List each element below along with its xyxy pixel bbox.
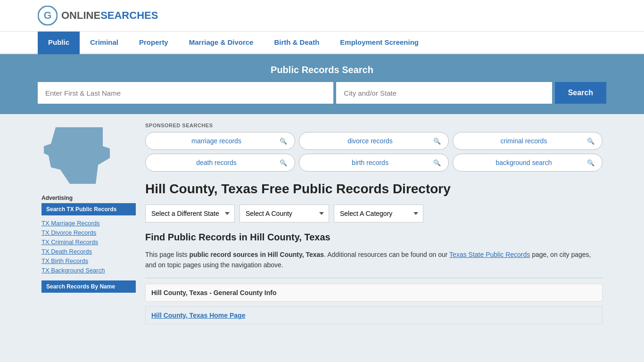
- advertising-label: Advertising: [41, 195, 136, 201]
- sponsored-label: SPONSORED SEARCHES: [145, 123, 603, 128]
- tx-death-link[interactable]: TX Death Records: [41, 248, 92, 255]
- tx-criminal-link[interactable]: TX Criminal Records: [41, 239, 98, 246]
- list-item: TX Death Records: [41, 247, 136, 255]
- logo-text: ONLINESEARCHES: [61, 9, 158, 22]
- nav-birth-death[interactable]: Birth & Death: [264, 32, 330, 54]
- find-title: Find Public Records in Hill County, Texa…: [145, 232, 603, 243]
- nav-marriage-divorce[interactable]: Marriage & Divorce: [179, 32, 264, 54]
- county-section-2: Hill County, Texas Home Page: [145, 306, 603, 324]
- logo-icon: G: [38, 6, 58, 25]
- search-icon: 🔍: [280, 138, 287, 145]
- svg-marker-2: [44, 127, 110, 184]
- nav-employment-screening[interactable]: Employment Screening: [330, 32, 429, 54]
- content: SPONSORED SEARCHES marriage records 🔍 di…: [145, 123, 603, 329]
- search-icon: 🔍: [587, 159, 594, 166]
- sponsored-item-divorce[interactable]: divorce records 🔍: [299, 132, 449, 150]
- search-icon: 🔍: [433, 138, 441, 145]
- sponsored-item-text: divorce records: [307, 137, 433, 145]
- tx-divorce-link[interactable]: TX Divorce Records: [41, 229, 96, 236]
- description-bold: public record sources in Hill County, Te…: [189, 251, 324, 258]
- header: G ONLINESEARCHES: [0, 0, 644, 32]
- sponsored-grid: marriage records 🔍 divorce records 🔍 cri…: [145, 132, 603, 172]
- sponsored-item-text: criminal records: [461, 137, 587, 145]
- sidebar: Advertising Search TX Public Records TX …: [41, 123, 136, 329]
- sponsored-item-birth[interactable]: birth records 🔍: [299, 154, 449, 172]
- list-item: TX Birth Records: [41, 257, 136, 264]
- tx-background-link[interactable]: TX Background Search: [41, 267, 105, 274]
- list-item: TX Marriage Records: [41, 219, 136, 227]
- search-banner-title: Public Records Search: [38, 65, 606, 75]
- find-description: This page lists public record sources in…: [145, 249, 603, 271]
- search-by-name-button[interactable]: Search Records By Name: [41, 280, 136, 293]
- county-section-link[interactable]: Hill County, Texas Home Page: [145, 306, 603, 324]
- sponsored-item-death[interactable]: death records 🔍: [145, 154, 295, 172]
- main-nav: Public Criminal Property Marriage & Divo…: [0, 32, 644, 54]
- tx-birth-link[interactable]: TX Birth Records: [41, 257, 88, 264]
- search-icon: 🔍: [587, 138, 594, 145]
- county-section-header[interactable]: Hill County, Texas - General County Info: [145, 284, 603, 302]
- sponsored-item-background[interactable]: background search 🔍: [453, 154, 603, 172]
- county-dropdown[interactable]: Select A County: [239, 205, 329, 222]
- logo-area: G ONLINESEARCHES: [38, 6, 158, 25]
- search-banner: Public Records Search Search: [0, 54, 644, 114]
- tx-marriage-link[interactable]: TX Marriage Records: [41, 220, 100, 227]
- sponsored-item-criminal[interactable]: criminal records 🔍: [453, 132, 603, 150]
- list-item: TX Criminal Records: [41, 238, 136, 246]
- list-item: TX Background Search: [41, 266, 136, 274]
- category-dropdown[interactable]: Select A Category: [334, 205, 423, 222]
- list-item: TX Divorce Records: [41, 229, 136, 236]
- directory-title: Hill County, Texas Free Public Records D…: [145, 181, 603, 197]
- sponsored-item-text: death records: [153, 159, 280, 166]
- svg-text:G: G: [43, 9, 51, 21]
- search-icon: 🔍: [280, 159, 287, 166]
- name-input[interactable]: [38, 82, 333, 104]
- location-input[interactable]: [336, 82, 552, 104]
- search-button[interactable]: Search: [555, 82, 606, 104]
- sponsored-item-text: birth records: [307, 159, 433, 166]
- divider: [145, 278, 603, 278]
- search-tx-button[interactable]: Search TX Public Records: [41, 203, 136, 215]
- main-container: Advertising Search TX Public Records TX …: [32, 114, 612, 337]
- texas-map-icon: [41, 123, 117, 189]
- sponsored-item-text: marriage records: [153, 137, 280, 145]
- nav-public[interactable]: Public: [38, 32, 80, 54]
- search-form: Search: [38, 82, 606, 104]
- texas-records-link[interactable]: Texas State Public Records: [449, 251, 530, 258]
- nav-criminal[interactable]: Criminal: [80, 32, 129, 54]
- county-section-1: Hill County, Texas - General County Info: [145, 284, 603, 302]
- sponsored-item-marriage[interactable]: marriage records 🔍: [145, 132, 295, 150]
- dropdowns: Select a Different State Select A County…: [145, 205, 603, 222]
- search-icon: 🔍: [433, 159, 441, 166]
- sponsored-item-text: background search: [461, 159, 587, 166]
- nav-property[interactable]: Property: [129, 32, 179, 54]
- sidebar-links: TX Marriage Records TX Divorce Records T…: [41, 219, 136, 274]
- state-dropdown[interactable]: Select a Different State: [145, 205, 235, 222]
